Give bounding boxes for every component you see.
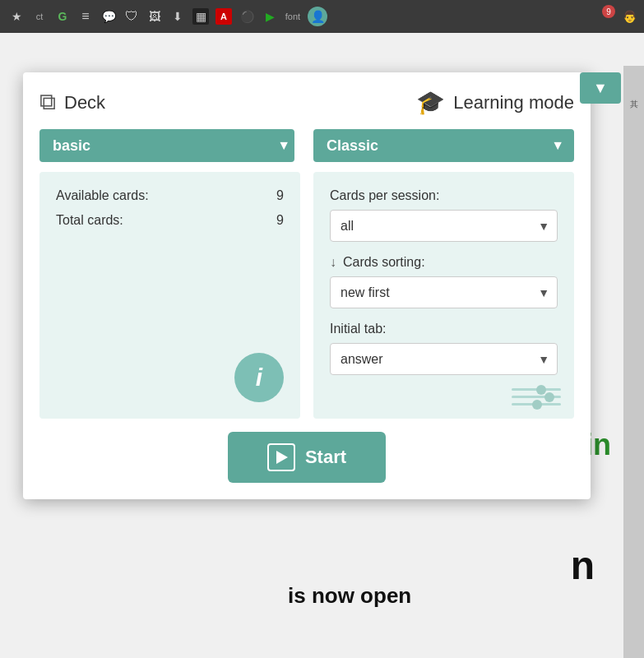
notification-badge: 9 (602, 5, 615, 18)
learning-mode-select[interactable]: Classic (313, 129, 574, 162)
info-icon[interactable]: i (234, 353, 284, 402)
play-triangle (276, 451, 288, 464)
start-button[interactable]: Start (228, 432, 386, 483)
barcode-icon[interactable]: ▦ (192, 8, 209, 25)
font-icon[interactable]: font (285, 8, 301, 25)
shield-icon[interactable]: 🛡 (123, 8, 140, 25)
panel-header: ⧉ Deck 🎓 Learning mode (39, 89, 574, 116)
pdf-icon[interactable]: A (215, 8, 232, 25)
cards-sorting-label-row: ↓ Cards sorting: (330, 255, 558, 270)
stats-box: Available cards: 9 Total cards: 9 i (39, 172, 300, 419)
deck-header-title: Deck (64, 92, 105, 114)
chevron-down-icon: ▼ (593, 80, 608, 97)
slider-2 (512, 396, 561, 398)
start-play-icon (267, 443, 295, 471)
deck-select-wrapper[interactable]: basic ▼ (39, 129, 300, 162)
deck-select[interactable]: basic (39, 129, 294, 162)
available-cards-value: 9 (276, 188, 284, 203)
cards-per-session-label: Cards per session: (330, 188, 558, 203)
cards-per-session-select[interactable]: all 5 10 20 (330, 210, 558, 242)
total-cards-value: 9 (276, 213, 284, 228)
settings-box: Cards per session: all 5 10 20 ▼ ↓ Ca (313, 172, 574, 419)
right-sidebar: 其 (623, 66, 644, 658)
available-cards-label: Available cards: (56, 188, 149, 203)
slider-1 (512, 388, 561, 391)
browser-toolbar: ★ ct G ≡ 💬 🛡 🖼 ⬇ ▦ A ⚫ ▶ font 👤 9 👨 (0, 0, 644, 33)
play-icon[interactable]: ▶ (262, 8, 278, 25)
panel-body: basic ▼ Available cards: 9 Total cards: … (39, 129, 574, 419)
ct-icon[interactable]: ct (31, 8, 48, 25)
sliders-decoration (512, 388, 561, 405)
top-dropdown-button[interactable]: ▼ (580, 72, 621, 104)
initial-tab-select[interactable]: answer question random (330, 343, 558, 375)
deck-header-section: ⧉ Deck (39, 89, 105, 116)
graduation-icon: 🎓 (416, 89, 445, 116)
user-icon[interactable]: 👤 (308, 7, 327, 26)
layers-icon[interactable]: ≡ (77, 8, 94, 25)
cards-sorting-label: Cards sorting: (343, 255, 425, 270)
right-column: Classic ▼ Cards per session: all 5 10 20 (313, 129, 574, 419)
chat-icon[interactable]: 💬 (100, 8, 117, 25)
sort-down-icon: ↓ (330, 255, 336, 270)
deck-icon: ⧉ (39, 89, 56, 116)
image-icon[interactable]: 🖼 (146, 8, 163, 25)
bg-text-open: is now open (288, 583, 411, 609)
learning-mode-header-title: Learning mode (453, 92, 574, 114)
total-cards-label: Total cards: (56, 213, 123, 228)
left-column: basic ▼ Available cards: 9 Total cards: … (39, 129, 300, 419)
grammarly-icon[interactable]: G (54, 8, 71, 25)
info-letter: i (256, 364, 262, 392)
cards-per-session-wrapper[interactable]: all 5 10 20 ▼ (330, 210, 558, 242)
page-background: i n s lin n is now open 其 ▼ ⧉ Deck 🎓 Lea… (0, 33, 644, 658)
start-button-row: Start (39, 432, 574, 483)
cards-sorting-wrapper[interactable]: new first old first random ▼ (330, 276, 558, 308)
slider-3 (512, 403, 561, 405)
popup-panel: ⧉ Deck 🎓 Learning mode basic ▼ (23, 72, 591, 499)
cards-sorting-select[interactable]: new first old first random (330, 276, 558, 308)
initial-tab-label: Initial tab: (330, 322, 558, 336)
initial-tab-wrapper[interactable]: answer question random ▼ (330, 343, 558, 375)
total-cards-row: Total cards: 9 (56, 213, 284, 228)
bg-text-n: n (571, 543, 595, 588)
download-icon[interactable]: ⬇ (169, 8, 186, 25)
circle-icon[interactable]: ⚫ (239, 8, 255, 25)
profile-avatar[interactable]: 👨 (621, 8, 637, 25)
learning-mode-header-section: 🎓 Learning mode (416, 89, 574, 116)
start-label: Start (305, 447, 346, 468)
available-cards-row: Available cards: 9 (56, 188, 284, 203)
star-icon[interactable]: ★ (8, 8, 25, 25)
learning-mode-select-wrapper[interactable]: Classic ▼ (313, 129, 574, 162)
